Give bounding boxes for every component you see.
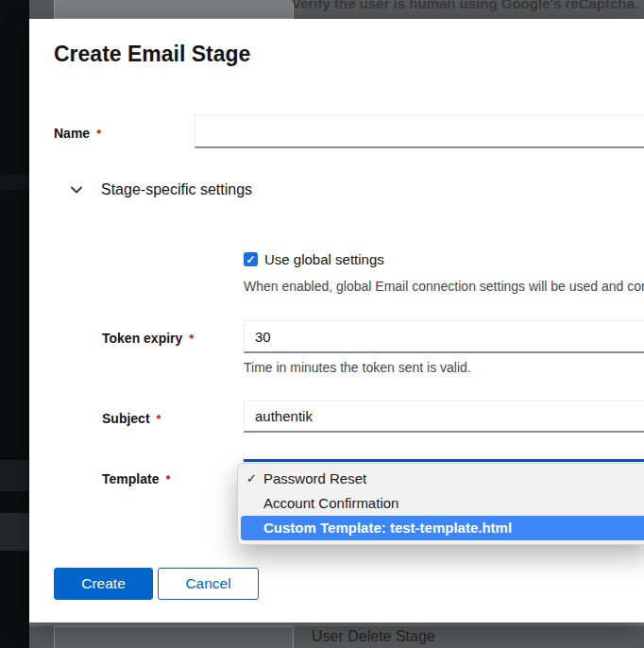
- token-expiry-help: Time in minutes the token sent is valid.: [244, 360, 471, 375]
- background-table-divider: [55, 9, 293, 9]
- template-label: Template*: [102, 471, 171, 486]
- cancel-button[interactable]: Cancel: [158, 568, 259, 600]
- template-select-focus-border[interactable]: [244, 459, 644, 462]
- use-global-settings-help: When enabled, global Email connection se…: [244, 279, 644, 294]
- menu-item-custom-template[interactable]: Custom Template: test-template.html: [241, 516, 644, 540]
- required-asterisk: *: [189, 332, 194, 346]
- modal-title: Create Email Stage: [54, 42, 250, 67]
- menu-item-password-reset[interactable]: ✓ Password Reset: [238, 467, 644, 491]
- sidebar-item-block: [0, 460, 29, 491]
- subject-input[interactable]: [244, 401, 644, 433]
- use-global-settings-label: Use global settings: [264, 251, 384, 267]
- sidebar-item-block: [0, 175, 29, 190]
- token-expiry-label: Token expiry*: [102, 331, 194, 346]
- background-text-recaptcha: Verify the user is human using Google's …: [292, 0, 638, 11]
- menu-item-account-confirmation[interactable]: Account Confirmation: [238, 491, 644, 516]
- use-global-settings-row: ✓ Use global settings: [244, 251, 384, 267]
- stage-specific-settings-expander[interactable]: Stage-specific settings: [69, 181, 252, 198]
- required-asterisk: *: [96, 127, 101, 141]
- subject-label: Subject*: [102, 411, 161, 426]
- sidebar-item-block: [0, 513, 29, 551]
- screen: Verify the user is human using Google's …: [0, 0, 644, 648]
- token-expiry-input[interactable]: [244, 320, 644, 353]
- background-text-user-delete-stage: User Delete Stage: [312, 628, 435, 645]
- required-asterisk: *: [165, 472, 170, 486]
- name-label: Name*: [54, 126, 101, 141]
- expander-label: Stage-specific settings: [101, 181, 252, 198]
- create-email-stage-modal: Create Email Stage Name* Stage-specific …: [29, 19, 644, 622]
- check-icon: ✓: [246, 254, 255, 265]
- background-table-cell-top: [54, 0, 294, 19]
- template-dropdown-menu: ✓ Password Reset Account Confirmation Cu…: [237, 463, 644, 545]
- app-sidebar: [0, 0, 29, 648]
- required-asterisk: *: [157, 412, 161, 426]
- background-table-cell-bottom: [54, 626, 294, 648]
- chevron-down-icon: [69, 182, 84, 197]
- use-global-settings-checkbox[interactable]: ✓: [244, 252, 258, 266]
- create-button[interactable]: Create: [54, 568, 153, 600]
- check-icon: ✓: [246, 467, 257, 491]
- name-input[interactable]: [195, 114, 644, 148]
